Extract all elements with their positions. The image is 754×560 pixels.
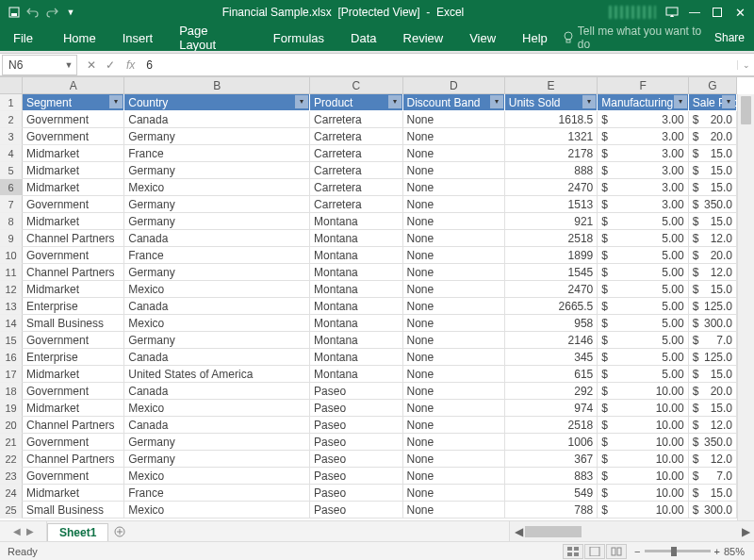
table-header[interactable]: Sale Price▾: [689, 94, 737, 111]
cell[interactable]: Montana: [310, 315, 402, 332]
tab-home[interactable]: Home: [50, 31, 109, 45]
col-header-a[interactable]: A: [23, 77, 124, 94]
cell[interactable]: Government: [23, 383, 124, 400]
row-header-25[interactable]: 25: [0, 502, 23, 519]
sheet-nav-arrows[interactable]: ◀▶: [0, 521, 47, 541]
cell[interactable]: 1321: [505, 128, 598, 145]
cell[interactable]: $10.00: [598, 417, 688, 434]
cell[interactable]: 2518: [505, 417, 598, 434]
cell[interactable]: Canada: [124, 383, 310, 400]
cell[interactable]: None: [403, 434, 505, 451]
cell[interactable]: Channel Partners: [23, 417, 124, 434]
zoom-in-icon[interactable]: +: [714, 546, 720, 557]
row-header-7[interactable]: 7: [0, 196, 23, 213]
cell[interactable]: Midmarket: [23, 400, 124, 417]
cell[interactable]: Mexico: [124, 400, 310, 417]
cell[interactable]: Paseo: [310, 468, 402, 485]
cell[interactable]: $3.00: [598, 196, 688, 213]
cell[interactable]: None: [403, 315, 505, 332]
cell[interactable]: 958: [505, 315, 598, 332]
cell[interactable]: 888: [505, 162, 598, 179]
page-layout-view-icon[interactable]: [584, 544, 605, 559]
cell[interactable]: Germany: [124, 264, 310, 281]
cell[interactable]: Government: [23, 111, 124, 128]
cell[interactable]: 921: [505, 213, 598, 230]
cell[interactable]: Midmarket: [23, 366, 124, 383]
cell[interactable]: $5.00: [598, 366, 688, 383]
cell[interactable]: $12.0: [689, 264, 737, 281]
cell[interactable]: None: [403, 400, 505, 417]
cell[interactable]: France: [124, 145, 310, 162]
cell[interactable]: 2178: [505, 145, 598, 162]
row-header-4[interactable]: 4: [0, 145, 23, 162]
cell[interactable]: None: [403, 196, 505, 213]
cell[interactable]: $20.0: [689, 128, 737, 145]
cell[interactable]: Midmarket: [23, 145, 124, 162]
cell[interactable]: Mexico: [124, 315, 310, 332]
cell[interactable]: None: [403, 247, 505, 264]
cell[interactable]: 2470: [505, 179, 598, 196]
cell[interactable]: 2665.5: [505, 298, 598, 315]
cell[interactable]: Canada: [124, 349, 310, 366]
display-options-icon[interactable]: [665, 6, 679, 19]
cell[interactable]: $5.00: [598, 281, 688, 298]
cell[interactable]: 1545: [505, 264, 598, 281]
cell[interactable]: 367: [505, 451, 598, 468]
row-header-14[interactable]: 14: [0, 315, 23, 332]
cell[interactable]: Germany: [124, 128, 310, 145]
row-header-3[interactable]: 3: [0, 128, 23, 145]
table-header[interactable]: Units Sold▾: [505, 94, 598, 111]
cell[interactable]: None: [403, 145, 505, 162]
cell[interactable]: Government: [23, 468, 124, 485]
table-header[interactable]: Discount Band▾: [403, 94, 505, 111]
minimize-icon[interactable]: —: [688, 6, 701, 19]
normal-view-icon[interactable]: [563, 544, 583, 559]
cell[interactable]: Germany: [124, 213, 310, 230]
cell[interactable]: France: [124, 247, 310, 264]
row-header-2[interactable]: 2: [0, 111, 23, 128]
cell[interactable]: $5.00: [598, 298, 688, 315]
cell[interactable]: Carretera: [310, 128, 402, 145]
cell[interactable]: $15.0: [689, 400, 737, 417]
cell[interactable]: Montana: [310, 230, 402, 247]
cell[interactable]: $125.0: [689, 298, 737, 315]
cell[interactable]: $350.0: [689, 196, 737, 213]
select-all-corner[interactable]: [0, 77, 23, 94]
cell[interactable]: 1618.5: [505, 111, 598, 128]
cell[interactable]: $10.00: [598, 383, 688, 400]
account-area[interactable]: [609, 6, 656, 19]
cell[interactable]: Channel Partners: [23, 230, 124, 247]
cell[interactable]: 1006: [505, 434, 598, 451]
close-icon[interactable]: ✕: [733, 6, 746, 19]
col-header-d[interactable]: D: [403, 77, 505, 94]
cell[interactable]: $3.00: [598, 111, 688, 128]
cell[interactable]: None: [403, 128, 505, 145]
cell[interactable]: Montana: [310, 298, 402, 315]
cell[interactable]: $5.00: [598, 247, 688, 264]
cell[interactable]: None: [403, 468, 505, 485]
cell[interactable]: $10.00: [598, 434, 688, 451]
cell[interactable]: Channel Partners: [23, 451, 124, 468]
tab-data[interactable]: Data: [337, 31, 389, 45]
cell[interactable]: $10.00: [598, 400, 688, 417]
cell[interactable]: Government: [23, 332, 124, 349]
sheet-tab-sheet1[interactable]: Sheet1: [47, 523, 108, 541]
cell[interactable]: $3.00: [598, 128, 688, 145]
cell[interactable]: $10.00: [598, 502, 688, 519]
filter-icon[interactable]: ▾: [722, 95, 735, 108]
cell[interactable]: Carretera: [310, 145, 402, 162]
cell[interactable]: Mexico: [124, 179, 310, 196]
cell[interactable]: Small Business: [23, 502, 124, 519]
cell[interactable]: $15.0: [689, 145, 737, 162]
cell[interactable]: $5.00: [598, 213, 688, 230]
row-header-24[interactable]: 24: [0, 485, 23, 502]
tell-me[interactable]: Tell me what you want to do: [563, 25, 714, 51]
cell[interactable]: None: [403, 502, 505, 519]
cell[interactable]: None: [403, 485, 505, 502]
zoom-controls[interactable]: − + 85%: [634, 546, 745, 557]
table-header[interactable]: Product▾: [310, 94, 402, 111]
cell[interactable]: Midmarket: [23, 281, 124, 298]
row-header-9[interactable]: 9: [0, 230, 23, 247]
table-header[interactable]: Manufacturing▾: [598, 94, 688, 111]
cell[interactable]: Paseo: [310, 434, 402, 451]
